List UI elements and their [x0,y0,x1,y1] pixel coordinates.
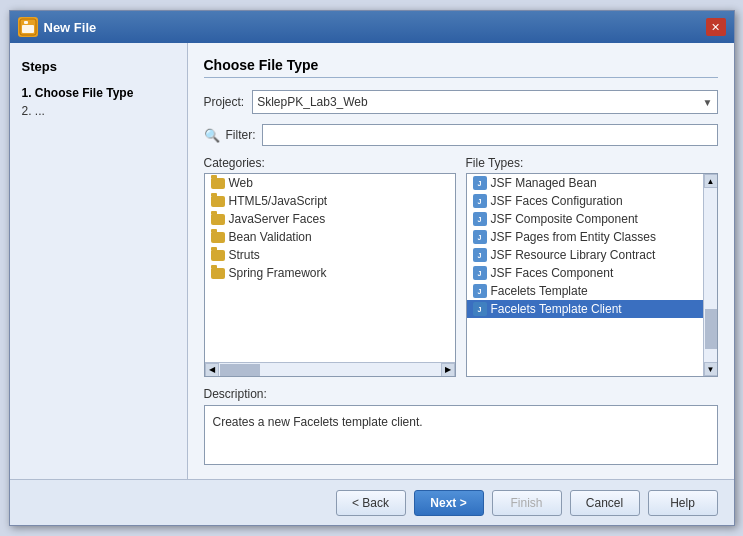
jsf-icon: J [473,212,487,226]
scroll-left-icon[interactable]: ◀ [205,363,219,377]
search-icon: 🔍 [204,128,220,143]
filetypes-vscroll[interactable]: ▲ ▼ [703,174,717,376]
new-file-dialog: New File ✕ Steps 1. Choose File Type 2. … [9,10,735,526]
folder-icon [211,214,225,225]
categories-container: Categories: Web HTML5/JavaScript [204,156,456,377]
filter-row: 🔍 Filter: [204,124,718,146]
steps-list: 1. Choose File Type 2. ... [22,84,175,120]
scroll-thumb [705,309,717,349]
lists-area: Categories: Web HTML5/JavaScript [204,156,718,377]
list-item[interactable]: JavaServer Faces [205,210,455,228]
step-2: 2. ... [22,102,175,120]
section-title: Choose File Type [204,57,718,78]
jsf-icon: J [473,284,487,298]
scroll-right-icon[interactable]: ▶ [441,363,455,377]
description-label: Description: [204,387,718,401]
title-bar-left: New File [18,17,97,37]
list-item[interactable]: Struts [205,246,455,264]
dialog-icon [18,17,38,37]
next-button[interactable]: Next > [414,490,484,516]
folder-icon [211,178,225,189]
filetypes-label: File Types: [466,156,718,170]
description-box: Creates a new Facelets template client. [204,405,718,465]
main-panel: Choose File Type Project: SklepPK_Lab3_W… [188,43,734,479]
jsf-icon: J [473,230,487,244]
dialog-title: New File [44,20,97,35]
button-bar: < Back Next > Finish Cancel Help [10,479,734,525]
list-item[interactable]: J JSF Faces Component [467,264,703,282]
description-text: Creates a new Facelets template client. [213,415,423,429]
folder-icon [211,250,225,261]
jsf-icon: J [473,194,487,208]
scroll-track [219,363,441,376]
categories-hscroll[interactable]: ◀ ▶ [205,362,455,376]
project-dropdown[interactable]: SklepPK_Lab3_Web ▼ [252,90,717,114]
cancel-button[interactable]: Cancel [570,490,640,516]
folder-icon [211,232,225,243]
dropdown-arrow-icon: ▼ [703,97,713,108]
jsf-icon: J [473,248,487,262]
project-value: SklepPK_Lab3_Web [257,95,368,109]
categories-label: Categories: [204,156,456,170]
scroll-up-icon[interactable]: ▲ [704,174,718,188]
back-button[interactable]: < Back [336,490,406,516]
finish-button[interactable]: Finish [492,490,562,516]
categories-list: Web HTML5/JavaScript JavaServer Faces [205,174,455,362]
project-label: Project: [204,95,245,109]
scroll-thumb [220,364,260,376]
filetypes-container: File Types: J JSF Managed Bean J JSF Fac… [466,156,718,377]
steps-panel: Steps 1. Choose File Type 2. ... [10,43,188,479]
list-item[interactable]: Bean Validation [205,228,455,246]
help-button[interactable]: Help [648,490,718,516]
folder-icon [211,196,225,207]
list-item[interactable]: J Facelets Template [467,282,703,300]
steps-heading: Steps [22,59,175,74]
filter-label: Filter: [226,128,256,142]
jsf-icon: J [473,302,487,316]
svg-rect-1 [22,25,34,33]
jsf-icon: J [473,176,487,190]
list-item[interactable]: J JSF Pages from Entity Classes [467,228,703,246]
description-area: Description: Creates a new Facelets temp… [204,387,718,465]
project-row: Project: SklepPK_Lab3_Web ▼ [204,90,718,114]
jsf-icon: J [473,266,487,280]
list-item[interactable]: J JSF Resource Library Contract [467,246,703,264]
scroll-down-icon[interactable]: ▼ [704,362,718,376]
title-bar: New File ✕ [10,11,734,43]
filter-input[interactable] [262,124,718,146]
list-item[interactable]: J JSF Faces Configuration [467,192,703,210]
list-item[interactable]: Web [205,174,455,192]
list-item[interactable]: J JSF Composite Component [467,210,703,228]
list-item-selected[interactable]: J Facelets Template Client [467,300,703,318]
list-item[interactable]: Spring Framework [205,264,455,282]
list-item[interactable]: HTML5/JavaScript [205,192,455,210]
folder-icon [211,268,225,279]
list-item[interactable]: J JSF Managed Bean [467,174,703,192]
filetypes-list: J JSF Managed Bean J JSF Faces Configura… [467,174,703,376]
step-1: 1. Choose File Type [22,84,175,102]
dialog-body: Steps 1. Choose File Type 2. ... Choose … [10,43,734,479]
svg-rect-2 [24,21,28,24]
close-button[interactable]: ✕ [706,18,726,36]
